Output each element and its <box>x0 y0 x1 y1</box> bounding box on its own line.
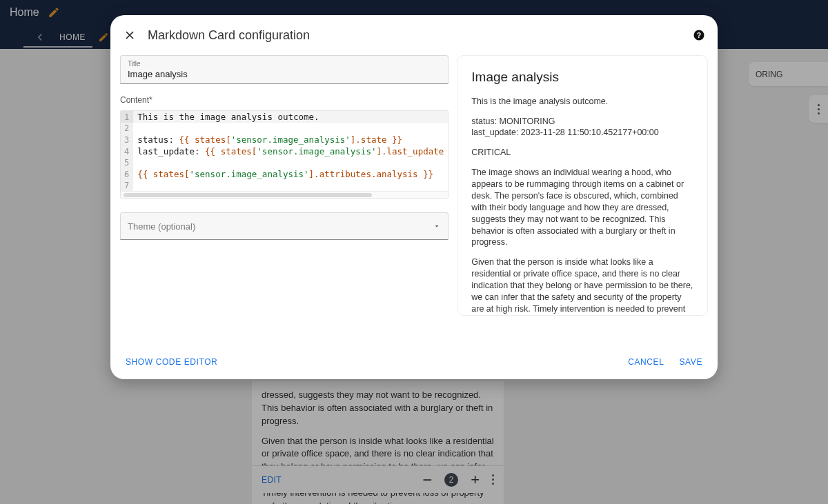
field-value: Image analysis <box>128 69 441 79</box>
show-code-editor-button[interactable]: SHOW CODE EDITOR <box>126 357 217 367</box>
code-editor[interactable]: 1This is the image analysis outcome. 2 3… <box>120 110 448 199</box>
theme-select[interactable]: Theme (optional) <box>120 212 448 240</box>
card-config-dialog: Markdown Card configuration ? Title Imag… <box>110 15 718 379</box>
theme-label: Theme (optional) <box>128 221 195 232</box>
close-button[interactable] <box>123 28 137 42</box>
preview-title: Image analysis <box>471 68 693 86</box>
cancel-button[interactable]: CANCEL <box>628 357 664 367</box>
svg-text:?: ? <box>697 31 701 39</box>
preview-level: CRITICAL <box>471 147 693 159</box>
modal-overlay: Markdown Card configuration ? Title Imag… <box>0 0 828 504</box>
preview-body: The image shows an individual wearing a … <box>471 167 693 248</box>
field-label: Title <box>128 60 441 68</box>
preview-card: Image analysis This is the image analysi… <box>457 55 708 316</box>
editor-scrollbar[interactable] <box>121 191 448 198</box>
chevron-down-icon <box>433 222 441 230</box>
preview-body: Given that the person is inside what loo… <box>471 256 693 316</box>
dialog-title: Markdown Card configuration <box>148 28 310 43</box>
title-input[interactable]: Title Image analysis <box>120 55 448 84</box>
preview-text: This is the image analysis outcome. <box>471 96 693 108</box>
save-button[interactable]: SAVE <box>679 357 702 367</box>
preview-status: status: MONITORINGlast_update: 2023-11-2… <box>471 116 693 139</box>
help-icon[interactable]: ? <box>693 29 705 41</box>
content-label: Content* <box>120 95 448 105</box>
